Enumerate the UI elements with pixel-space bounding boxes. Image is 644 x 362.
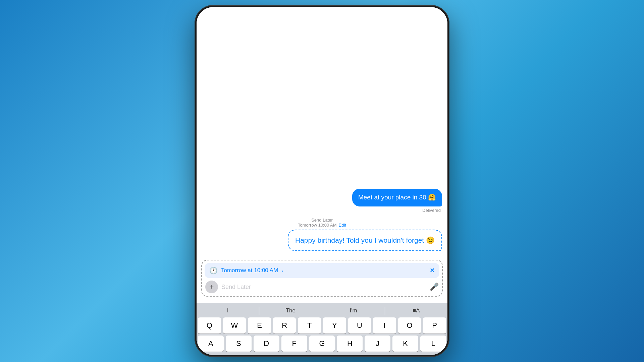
scheduled-message-container: Happy birthday! Told you I wouldn't forg… [202,230,442,251]
schedule-close-button[interactable]: ✕ [430,267,435,274]
input-row: + 🎤 [205,281,439,293]
messages-area: Meet at your place in 30 🤗 Delivered Sen… [197,7,447,256]
keyboard-row-2: A S D F G H J K L [197,336,447,354]
key-j[interactable]: J [365,336,390,352]
key-s[interactable]: S [226,336,252,352]
scheduled-bubble: Happy birthday! Told you I wouldn't forg… [288,230,442,251]
plus-icon: + [210,283,214,291]
keyboard: I The I'm ≡A Q W E R T Y U I [197,303,447,355]
schedule-bar-left: 🕐 Tomorrow at 10:00 AM › [209,266,283,275]
key-a[interactable]: A [198,336,224,352]
suggestion-im[interactable]: I'm [322,307,385,315]
key-h[interactable]: H [337,336,363,352]
send-later-time-text: Tomorrow 10:00 AM [298,223,337,228]
key-l[interactable]: L [420,336,446,352]
scheduled-message-text: Happy birthday! Told you I wouldn't forg… [295,236,435,244]
schedule-bar-wrapper: 🕐 Tomorrow at 10:00 AM › ✕ + 🎤 [201,260,443,297]
clock-icon: 🕐 [209,266,218,275]
key-e[interactable]: E [248,317,271,334]
sent-message-container: Meet at your place in 30 🤗 Delivered [202,189,442,213]
phone-frame: Meet at your place in 30 🤗 Delivered Sen… [195,5,449,357]
send-later-time-row: Tomorrow 10:00 AM Edit [298,223,346,228]
send-later-edit-button[interactable]: Edit [339,223,346,228]
input-area: 🕐 Tomorrow at 10:00 AM › ✕ + 🎤 [197,256,447,303]
key-o[interactable]: O [398,317,421,334]
key-w[interactable]: W [223,317,246,334]
sent-bubble: Meet at your place in 30 🤗 [352,189,442,206]
key-y[interactable]: Y [323,317,346,334]
key-r[interactable]: R [273,317,296,334]
suggestion-font[interactable]: ≡A [385,307,447,315]
message-input[interactable] [221,282,426,292]
key-k[interactable]: K [392,336,418,352]
key-g[interactable]: G [309,336,335,352]
key-q[interactable]: Q [198,317,221,334]
keyboard-suggestions: I The I'm ≡A [197,305,447,317]
send-later-label: Send Later [311,218,333,223]
key-t[interactable]: T [298,317,321,334]
key-d[interactable]: D [254,336,279,352]
sent-message-text: Meet at your place in 30 🤗 [358,194,436,201]
key-f[interactable]: F [281,336,307,352]
keyboard-rows-wrapper: Q W E R T Y U I O P A S D F G [197,317,447,354]
screen: Meet at your place in 30 🤗 Delivered Sen… [197,7,447,355]
microphone-icon[interactable]: 🎤 [430,283,439,291]
suggestion-i[interactable]: I [197,307,259,315]
delivered-status: Delivered [422,208,441,213]
send-later-section: Send Later Tomorrow 10:00 AM Edit [202,218,442,228]
keyboard-row-1: Q W E R T Y U I O P [197,317,447,336]
chevron-icon: › [281,268,283,274]
text-input-wrapper [221,282,426,292]
key-p[interactable]: P [423,317,446,334]
key-i[interactable]: I [373,317,396,334]
suggestion-the[interactable]: The [259,307,322,315]
key-u[interactable]: U [348,317,371,334]
schedule-time-text: Tomorrow at 10:00 AM [221,267,278,274]
plus-button[interactable]: + [205,281,218,293]
schedule-bar[interactable]: 🕐 Tomorrow at 10:00 AM › ✕ [205,263,439,278]
